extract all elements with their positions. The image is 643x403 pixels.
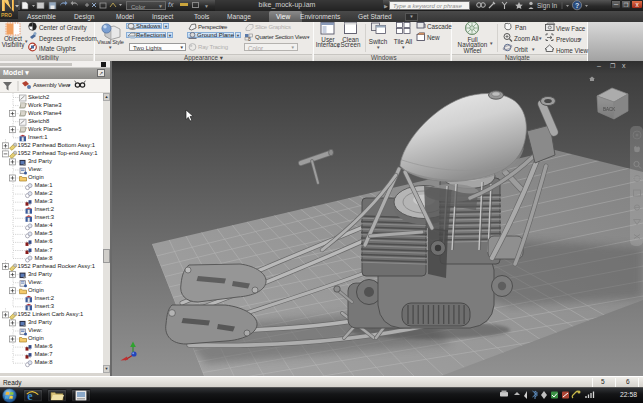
svg-text:Sign In: Sign In (537, 2, 558, 10)
svg-text:?: ? (575, 2, 579, 9)
svg-text:BACK: BACK (603, 107, 615, 112)
svg-text:3: 3 (248, 36, 251, 42)
svg-text:PRO: PRO (1, 12, 12, 18)
